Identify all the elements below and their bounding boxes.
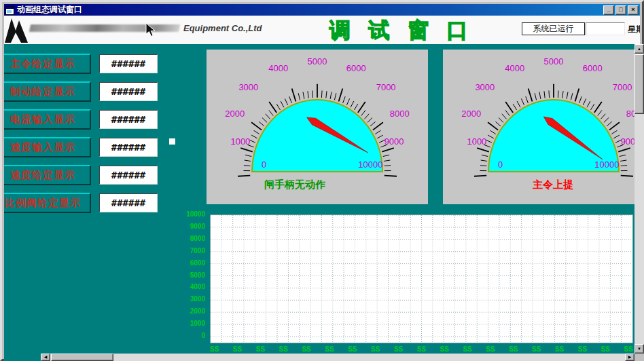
y-axis-tick-label: 7000 [164, 247, 205, 254]
x-axis-tick-label: SS [486, 345, 495, 353]
company-logo-icon [4, 17, 30, 44]
display-value: ###### [99, 193, 158, 212]
scroll-down-icon[interactable]: ▼ [634, 344, 644, 354]
x-axis-tick-label: SS [509, 345, 518, 353]
scroll-up-icon[interactable]: ▲ [634, 44, 644, 54]
display-value: ###### [99, 138, 158, 157]
window-title: 动画组态调试窗口 [17, 4, 602, 16]
svg-text:10000: 10000 [594, 159, 619, 170]
vertical-scroll-thumb[interactable] [634, 54, 644, 114]
svg-text:2000: 2000 [225, 109, 245, 119]
app-icon [5, 5, 14, 14]
trend-x-axis: SSSSSSSSSSSSSSSSSSSSSSSSSSSSSSSSSSSSSS [210, 345, 633, 353]
company-name-blurred [29, 24, 180, 32]
x-axis-tick-label: SS [578, 345, 587, 353]
svg-text:3000: 3000 [475, 82, 495, 92]
y-axis-tick-label: 10000 [164, 210, 205, 218]
svg-text:2000: 2000 [461, 109, 481, 119]
svg-text:3000: 3000 [238, 82, 258, 92]
x-axis-tick-label: SS [532, 345, 541, 353]
x-axis-tick-label: SS [325, 345, 334, 353]
svg-text:6000: 6000 [583, 63, 603, 73]
display-label: 速度给定显示 [4, 165, 91, 185]
svg-text:7000: 7000 [613, 82, 632, 92]
display-value: ###### [99, 166, 158, 185]
x-axis-tick-label: SS [256, 345, 265, 353]
y-axis-tick-label: 5000 [164, 271, 205, 279]
gauge-panel-master: 0100020003000400050006000700080009000100… [443, 50, 634, 204]
company-name: Equipment Co.,Ltd [183, 23, 262, 33]
maximize-button[interactable]: □ [615, 5, 626, 15]
display-label: 制动给定显示 [4, 81, 91, 102]
scrollbar-corner [634, 354, 644, 361]
header-band: Equipment Co.,Ltd 调 试 窗 口 系统已运行 星期 [4, 16, 640, 44]
titlebar[interactable]: 动画组态调试窗口 _ □ × [4, 4, 640, 16]
system-status-label: 系统已运行 [522, 22, 585, 35]
display-row: 速度给定显示###### [4, 165, 167, 185]
horizontal-scroll-thumb[interactable] [51, 354, 113, 361]
x-axis-tick-label: SS [440, 345, 449, 353]
x-axis-tick-label: SS [348, 345, 357, 353]
x-axis-tick-label: SS [463, 345, 471, 353]
svg-text:4000: 4000 [268, 63, 288, 73]
x-axis-tick-label: SS [233, 345, 242, 353]
app-window: 动画组态调试窗口 _ □ × Equipment Co.,Ltd 调 试 窗 口… [0, 0, 644, 361]
svg-text:1000: 1000 [467, 136, 486, 147]
x-axis-tick-label: SS [302, 345, 310, 353]
x-axis-tick-label: SS [417, 345, 426, 353]
display-label: 比例阀给定显示 [4, 193, 91, 213]
display-label: 主令给定显示 [4, 54, 91, 74]
close-button[interactable]: × [628, 5, 639, 15]
x-axis-tick-label: SS [555, 345, 564, 353]
y-axis-tick-label: 3000 [164, 295, 205, 303]
bottom-left-gap [4, 354, 41, 361]
y-axis-tick-label: 4000 [164, 283, 205, 290]
scroll-right-icon[interactable]: ▶ [625, 354, 634, 361]
display-row: 电流输入显示###### [4, 109, 167, 130]
y-axis-tick-label: 2000 [164, 307, 205, 315]
svg-text:0: 0 [498, 159, 503, 170]
y-axis-tick-label: 1000 [164, 320, 205, 327]
x-axis-tick-label: SS [279, 345, 288, 353]
trend-plot-area [210, 214, 633, 343]
scroll-left-icon[interactable]: ◀ [41, 354, 50, 361]
display-row: 比例阀给定显示###### [4, 193, 167, 213]
y-axis-tick-label: 6000 [164, 259, 205, 267]
weekday-label: 星期 [628, 24, 640, 35]
trend-grid [211, 215, 632, 343]
display-value: ###### [99, 82, 158, 101]
svg-text:7000: 7000 [376, 82, 396, 92]
display-row: 主令给定显示###### [4, 54, 167, 74]
display-value: ###### [99, 54, 158, 73]
display-value: ###### [99, 110, 158, 129]
indicator-dot [169, 138, 175, 145]
page-title: 调 试 窗 口 [329, 16, 474, 44]
display-label: 电流输入显示 [4, 109, 91, 130]
vertical-scrollbar[interactable]: ▲ ▼ [634, 44, 644, 354]
svg-text:4000: 4000 [505, 63, 524, 73]
gauge-status-text: 闸手柄无动作 [207, 178, 383, 191]
svg-text:8000: 8000 [390, 109, 410, 119]
display-row: 制动给定显示###### [4, 81, 167, 102]
display-label: 速度输入显示 [4, 137, 91, 157]
y-axis-tick-label: 0 [164, 332, 205, 339]
y-axis-tick-label: 8000 [164, 235, 205, 242]
svg-text:5000: 5000 [544, 56, 564, 66]
status-input[interactable] [586, 22, 625, 35]
gauge-status-text: 主令上提 [463, 178, 634, 191]
y-axis-tick-label: 9000 [164, 223, 205, 230]
svg-text:9000: 9000 [384, 136, 404, 147]
x-axis-tick-label: SS [624, 345, 632, 353]
svg-text:0: 0 [262, 159, 266, 170]
svg-text:1000: 1000 [230, 136, 250, 147]
svg-text:9000: 9000 [621, 136, 634, 147]
horizontal-scrollbar[interactable]: ◀ ▶ [41, 354, 634, 361]
display-row: 速度输入显示###### [4, 137, 167, 157]
svg-text:6000: 6000 [346, 63, 366, 73]
svg-text:8000: 8000 [626, 109, 634, 119]
gauge-panel-brake: 0100020003000400050006000700080009000100… [207, 50, 428, 204]
x-axis-tick-label: SS [371, 345, 380, 353]
x-axis-tick-label: SS [210, 345, 219, 353]
x-axis-tick-label: SS [394, 345, 403, 353]
minimize-button[interactable]: _ [603, 5, 614, 15]
